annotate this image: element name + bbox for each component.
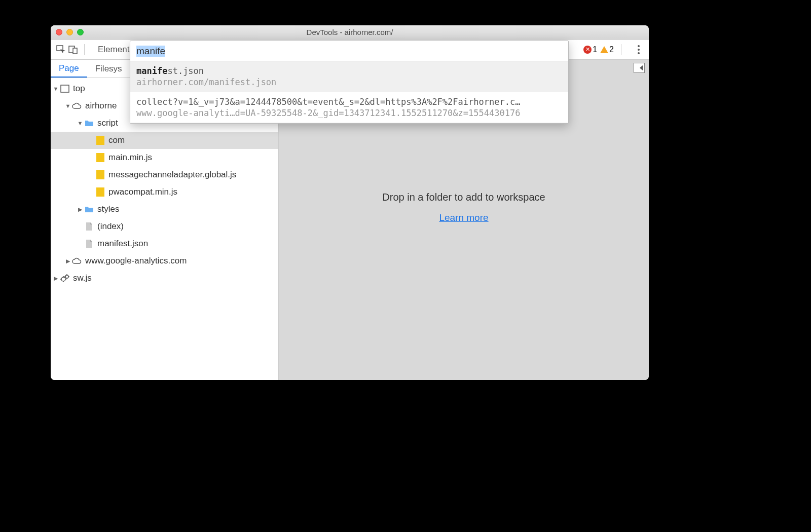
error-count[interactable]: ✕ 1 [583,45,597,54]
twisty-icon: ▼ [65,103,71,109]
frame-icon [60,84,70,94]
tree-label: messagechanneladapter.global.js [108,170,236,180]
sidebar-tab-filesystem[interactable]: Filesys [87,60,130,78]
omnibox-result-1[interactable]: collect?v=1&_v=j73&a=1244478500&t=event&… [130,92,568,123]
separator [84,44,85,55]
tree-file-script-1[interactable]: main.min.js [51,149,278,166]
tree-domain-analytics[interactable]: ▶ www.google-analytics.com [51,252,278,270]
title-bar: DevTools - airhorner.com/ [51,25,649,40]
tree-service-worker[interactable]: ▶ sw.js [51,270,278,287]
cloud-icon [72,101,82,111]
tree-file-manifest[interactable]: manifest.json [51,235,278,252]
tree-file-index[interactable]: (index) [51,218,278,235]
tree-folder-styles[interactable]: ▶ styles [51,201,278,218]
error-count-value: 1 [593,45,597,54]
separator [621,44,621,55]
tree-label: www.google-analytics.com [85,256,187,266]
tree-label: (index) [97,221,124,232]
twisty-icon: ▶ [53,275,59,282]
settings-menu-button[interactable] [634,45,644,54]
document-icon [84,239,94,249]
js-file-icon [95,170,105,180]
omnibox-result-title: collect?v=1&_v=j73&a=1244478500&t=event&… [136,96,562,107]
js-file-icon [95,187,105,197]
svg-rect-3 [61,85,69,92]
device-toolbar-icon[interactable] [68,45,78,55]
folder-icon [84,204,94,214]
tree-file-script-0[interactable]: com [51,132,278,149]
omnibox-result-subtitle: www.google-analyti…d=UA-59325548-2&_gid=… [136,107,562,119]
sidebar-tab-page[interactable]: Page [51,60,87,78]
toggle-navigator-button[interactable] [634,63,645,73]
tree-file-script-2[interactable]: messagechanneladapter.global.js [51,166,278,183]
warning-count[interactable]: 2 [600,45,614,54]
window-title: DevTools - airhorner.com/ [51,28,649,36]
tree-label: script [97,118,118,128]
svg-rect-4 [96,136,104,145]
omnibox-result-title: manifest.json [136,65,562,77]
twisty-icon: ▼ [53,86,59,92]
twisty-icon: ▼ [77,120,83,126]
tree-label: manifest.json [97,239,148,249]
js-file-icon [95,135,105,145]
omnibox-input[interactable]: manife [130,41,568,61]
tree-label: top [73,84,85,94]
toolbar-right: ✕ 1 2 [583,44,644,55]
tree-file-script-3[interactable]: pwacompat.min.js [51,183,278,201]
error-icon: ✕ [583,46,592,54]
folder-icon [84,118,94,128]
svg-point-9 [65,275,68,278]
tree-label: styles [97,204,119,214]
svg-rect-6 [96,170,104,179]
omnibox-result-0[interactable]: manifest.json airhorner.com/manifest.jso… [130,61,568,92]
tree-label: com [108,135,125,145]
twisty-icon: ▶ [77,206,83,213]
twisty-icon: ▶ [65,258,71,264]
warning-count-value: 2 [609,45,614,54]
svg-rect-5 [96,153,104,162]
tree-label: main.min.js [108,153,152,163]
svg-point-8 [61,277,65,281]
learn-more-link[interactable]: Learn more [439,212,488,223]
tree-label: airhorne [85,101,117,111]
warning-icon [600,46,608,53]
open-file-omnibox: manife manifest.json airhorner.com/manif… [130,41,569,124]
svg-rect-2 [73,48,77,54]
workspace-drop-hint: Drop in a folder to add to workspace [382,192,545,203]
omnibox-result-subtitle: airhorner.com/manifest.json [136,77,562,88]
omnibox-query-text: manife [136,46,165,57]
svg-rect-7 [96,187,104,197]
document-icon [84,221,94,232]
tree-label: sw.js [73,273,92,283]
gear-icon [60,273,70,283]
inspect-element-icon[interactable] [56,45,66,55]
js-file-icon [95,153,105,163]
cloud-icon [72,256,82,266]
tree-label: pwacompat.min.js [108,187,177,197]
